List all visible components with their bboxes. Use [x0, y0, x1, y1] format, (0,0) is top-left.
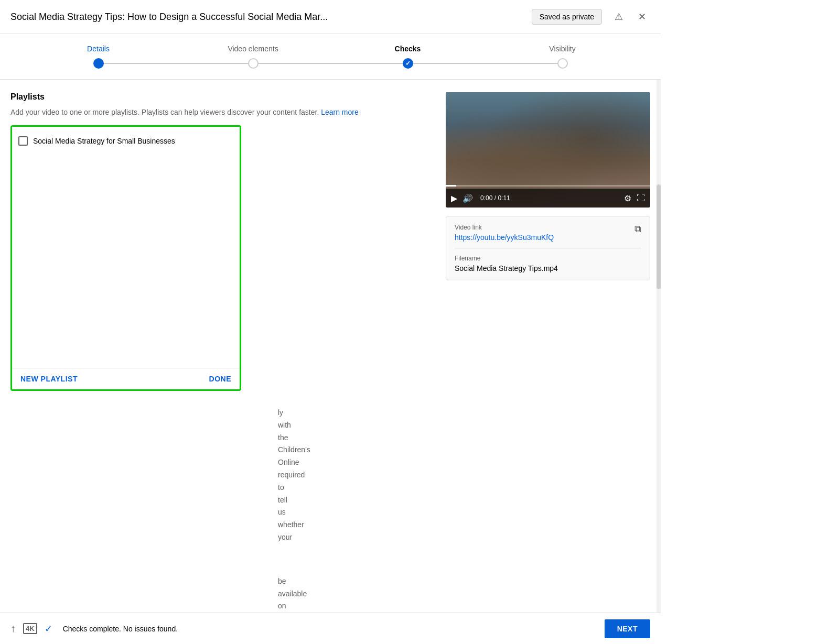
- playlists-title: Playlists: [10, 92, 425, 102]
- copy-link-button[interactable]: ⧉: [634, 224, 641, 235]
- step-video-elements-label: Video elements: [228, 45, 278, 53]
- page-title: Social Media Strategy Tips: How to Desig…: [10, 12, 523, 23]
- svg-rect-9: [609, 134, 628, 163]
- svg-rect-0: [446, 92, 650, 189]
- fullscreen-button[interactable]: ⛶: [637, 193, 645, 203]
- left-panel: Playlists Add your video to one or more …: [10, 92, 446, 644]
- svg-rect-10: [498, 150, 524, 168]
- scrollbar-thumb[interactable]: [657, 184, 661, 289]
- svg-rect-14: [535, 155, 546, 171]
- step-details-label: Details: [87, 45, 110, 53]
- right-panel: ▶ 🔊 0:00 / 0:11 ⚙ ⛶: [446, 92, 650, 644]
- svg-point-1: [454, 134, 642, 189]
- step-video-elements-circle: [248, 58, 259, 69]
- step-checks[interactable]: Checks: [330, 45, 485, 69]
- footer-icons: ↑ 4K ✓: [10, 623, 52, 635]
- svg-rect-15: [600, 152, 614, 171]
- step-line-2: [253, 63, 408, 64]
- saved-badge-button[interactable]: Saved as private: [532, 9, 602, 25]
- step-visibility[interactable]: Visibility: [485, 45, 640, 69]
- done-button[interactable]: DONE: [209, 375, 231, 383]
- svg-point-8: [608, 113, 629, 134]
- video-link-label: Video link: [455, 224, 554, 231]
- close-icon: ✕: [638, 11, 646, 23]
- playlist-dropdown: Social Media Strategy for Small Business…: [10, 125, 241, 391]
- svg-point-2: [476, 117, 499, 140]
- video-ctrl-right: ⚙ ⛶: [624, 193, 645, 203]
- background-content: ly with the Children's Online required t…: [10, 407, 425, 644]
- playlist-item[interactable]: Social Media Strategy for Small Business…: [18, 132, 233, 150]
- hd-icon: 4K: [23, 623, 37, 634]
- header-icons: ⚠ ✕: [610, 8, 650, 25]
- playlist-item-name: Social Media Strategy for Small Business…: [33, 137, 175, 145]
- main-wrapper: Playlists Add your video to one or more …: [0, 80, 661, 644]
- step-line-1: [99, 63, 253, 64]
- step-details-circle: [93, 58, 104, 69]
- step-details[interactable]: Details: [21, 45, 176, 69]
- svg-point-6: [565, 104, 588, 127]
- svg-rect-5: [519, 129, 539, 158]
- svg-rect-3: [477, 139, 498, 166]
- svg-rect-12: [551, 147, 579, 167]
- playlist-actions: NEW PLAYLIST DONE: [12, 368, 240, 389]
- steps-bar: Details Video elements Checks Visibility: [0, 34, 661, 80]
- settings-button[interactable]: ⚙: [624, 193, 631, 203]
- video-progress-fill: [446, 185, 456, 187]
- video-info-box: Video link https://youtu.be/yykSu3muKfQ …: [446, 216, 650, 280]
- video-thumbnail-svg: [446, 92, 650, 189]
- next-button[interactable]: NEXT: [605, 619, 650, 638]
- check-complete-icon: ✓: [45, 623, 52, 635]
- video-time-current: 0:00: [480, 194, 492, 202]
- video-info-divider: [455, 248, 641, 248]
- filename-label: Filename: [455, 255, 641, 262]
- alert-icon-button[interactable]: ⚠: [610, 8, 627, 25]
- svg-rect-13: [552, 148, 578, 164]
- svg-rect-7: [566, 126, 588, 152]
- playlist-list: Social Media Strategy for Small Business…: [12, 127, 240, 368]
- volume-button[interactable]: 🔊: [462, 193, 473, 203]
- scrollbar[interactable]: [657, 80, 661, 644]
- video-progress-bar[interactable]: [446, 185, 650, 187]
- learn-more-link[interactable]: Learn more: [321, 108, 359, 116]
- video-time: 0:00 / 0:11: [480, 194, 510, 202]
- step-video-elements[interactable]: Video elements: [176, 45, 330, 69]
- filename-value: Social Media Strategy Tips.mp4: [455, 264, 641, 272]
- partial-text-1: ly with the Children's Online required t…: [10, 407, 283, 544]
- svg-rect-11: [499, 151, 523, 166]
- playlists-desc: Add your video to one or more playlists.…: [10, 107, 425, 118]
- step-visibility-circle: [557, 58, 568, 69]
- playlist-checkbox[interactable]: [18, 136, 28, 146]
- new-playlist-button[interactable]: NEW PLAYLIST: [20, 375, 78, 383]
- step-line-3: [408, 63, 563, 64]
- header: Social Media Strategy Tips: How to Desig…: [0, 0, 661, 34]
- step-checks-label: Checks: [395, 45, 421, 53]
- video-link-content: Video link https://youtu.be/yykSu3muKfQ: [455, 224, 554, 242]
- footer-bar: ↑ 4K ✓ Checks complete. No issues found.…: [0, 613, 661, 644]
- step-checks-circle: [403, 58, 413, 69]
- upload-icon[interactable]: ↑: [10, 623, 16, 635]
- close-icon-button[interactable]: ✕: [633, 8, 650, 25]
- video-time-total: 0:11: [498, 194, 510, 202]
- step-visibility-label: Visibility: [549, 45, 575, 53]
- alert-icon: ⚠: [615, 11, 623, 23]
- footer-status: Checks complete. No issues found.: [63, 625, 178, 633]
- video-controls: ▶ 🔊 0:00 / 0:11 ⚙ ⛶: [446, 189, 650, 208]
- svg-point-4: [519, 108, 540, 129]
- main-content: Playlists Add your video to one or more …: [0, 80, 661, 644]
- video-link-url[interactable]: https://youtu.be/yykSu3muKfQ: [455, 233, 554, 242]
- video-preview: ▶ 🔊 0:00 / 0:11 ⚙ ⛶: [446, 92, 650, 208]
- video-link-row: Video link https://youtu.be/yykSu3muKfQ …: [455, 224, 641, 242]
- play-button[interactable]: ▶: [451, 193, 457, 203]
